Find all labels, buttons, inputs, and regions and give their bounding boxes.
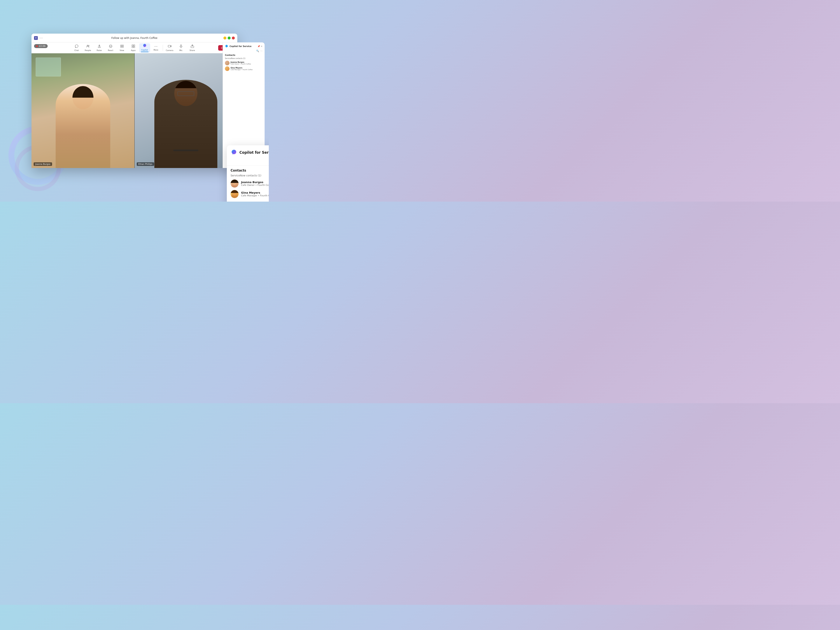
sp-bg-more[interactable]: ··· [261,50,263,52]
sp-bg-contact-role-1: Cafe Owner • Fourth Coffee [231,63,251,65]
toolbar: 22:06 Chat People Raise React [32,43,237,53]
svg-point-6 [110,46,110,46]
sp-bg-close[interactable]: ✕ [261,45,262,47]
camera-icon [168,44,172,49]
sp-bg-contact-role-2: Cafe Manager • Fourth Coffee [231,69,253,71]
svg-rect-8 [120,45,122,46]
sp-bg-contact-1: Joanna Burgos Cafe Owner • Fourth Coffee [225,61,262,65]
toolbar-view[interactable]: View [117,43,128,52]
share-label: Share [189,49,195,51]
toolbar-copilot[interactable]: Copilot [139,43,150,52]
cp-servicenow-label: ServiceNow contacts (1) [231,174,269,177]
window-more-options[interactable]: ··· [39,36,43,40]
window-controls: – + × [223,36,235,39]
svg-rect-9 [122,45,123,46]
cp-avatar-joanna [231,180,238,188]
react-label: React [108,49,113,51]
view-label: View [120,49,124,51]
toolbar-raise[interactable]: Raise [94,43,105,52]
maximize-button[interactable]: + [227,36,231,39]
apps-icon [131,44,135,49]
side-panel-bg-header: Copilot for Service 📌 ✕ [225,44,262,48]
copilot-bg-logo [225,44,228,48]
side-panel-bg-controls: 📌 ✕ [257,45,262,47]
more-icon: ··· [154,44,158,49]
person-joanna-body [56,84,110,168]
sp-bg-avatar-gina [225,66,229,71]
window-title: Follow up with Joanna, Fourth Coffee [111,36,157,39]
svg-point-7 [111,46,111,46]
svg-point-3 [88,45,89,46]
sp-bg-contact-name-2: Gina Meyers [231,67,253,69]
mic-icon [179,44,183,49]
svg-rect-13 [134,45,135,46]
cp-search-row [227,158,269,166]
copilot-active-indicator [141,52,148,52]
view-icon [120,44,124,49]
svg-rect-15 [134,46,135,48]
cp-contact-gina[interactable]: Gina Meyers Cafe Manager • Fourth Coffee [231,190,269,198]
cp-logo-icon [231,149,237,156]
toolbar-more[interactable]: ··· More [151,43,161,52]
cp-title: Copilot for Service [239,150,269,155]
cp-contact-gina-name: Gina Meyers [241,191,269,194]
cp-avatar-gina [231,190,238,198]
svg-point-2 [87,45,88,46]
ethan-hair [174,81,197,88]
title-bar: T Follow up with Joanna, Fourth Coffee ·… [32,33,237,43]
toolbar-apps[interactable]: Apps [128,43,139,52]
apps-label: Apps [131,49,136,51]
cp-contacts-title: Contacts [231,169,269,172]
window-bg [36,58,61,76]
svg-point-5 [109,45,112,47]
sp-bg-servicenow: ServiceNow contacts (1) [225,58,262,59]
cp-contact-gina-role: Cafe Manager • Fourth Coffee [241,194,269,197]
name-tag-left: Joanna Burgos [33,162,52,166]
sp-bg-contacts: Contacts [225,54,262,56]
participant-name-right: Ethan Phillips [138,163,152,165]
raise-icon [98,44,101,49]
sp-bg-contact-name-1: Joanna Burgos [231,61,251,63]
copilot-panel-fg: Copilot for Service Contacts ServiceNow … [227,145,269,202]
cp-contact-gina-info: Gina Meyers Cafe Manager • Fourth Coffee [241,191,269,197]
teams-logo: T [34,36,38,40]
toolbar-share[interactable]: Share [187,43,198,52]
copilot-label: Copilot [141,49,148,51]
person-ethan-head [174,81,197,106]
minimize-button[interactable]: – [223,36,226,39]
video-pane-left: Joanna Burgos [32,53,134,168]
sp-bg-search[interactable]: 🔍 [256,50,259,52]
svg-rect-14 [132,46,133,48]
toolbar-react[interactable]: React [105,43,116,52]
recording-dot [36,45,38,47]
participant-name-left: Joanna Burgos [35,163,51,165]
toolbar-people[interactable]: People [82,43,93,52]
svg-text:T: T [35,37,37,39]
name-tag-right: Ethan Phillips [137,162,154,166]
video-area: Joanna Burgos Etha [32,53,237,168]
svg-rect-16 [168,45,170,47]
react-icon [109,44,112,49]
person-joanna-head [73,86,93,109]
toolbar-chat[interactable]: Chat [71,43,82,52]
side-panel-bg-actions: 🔍 ··· [225,50,262,52]
cp-contact-joanna-info: Joanna Burgos Cafe Owner • Fourth Coffee [241,181,269,186]
svg-rect-12 [132,45,133,46]
toolbar-mic[interactable]: Mic [175,43,186,52]
sp-bg-pin[interactable]: 📌 [257,45,260,47]
svg-rect-10 [120,46,122,47]
cp-contact-joanna-name: Joanna Burgos [241,181,269,184]
close-button[interactable]: × [232,36,235,39]
cp-contacts-section: Contacts ServiceNow contacts (1) Joanna … [227,169,269,202]
ethan-glasses [177,92,194,96]
svg-rect-4 [98,47,101,47]
more-label: More [153,49,158,51]
copilot-icon [142,43,147,49]
cp-contact-joanna[interactable]: Joanna Burgos Cafe Owner • Fourth Coffee [231,180,269,188]
sp-bg-contact-2: Gina Meyers Cafe Manager • Fourth Coffee [225,66,262,71]
recording-timer: 22:06 [34,44,48,48]
share-icon [191,44,194,49]
svg-rect-11 [122,46,123,47]
toolbar-camera[interactable]: Camera [164,43,175,52]
sp-bg-avatar-joanna [225,61,229,65]
